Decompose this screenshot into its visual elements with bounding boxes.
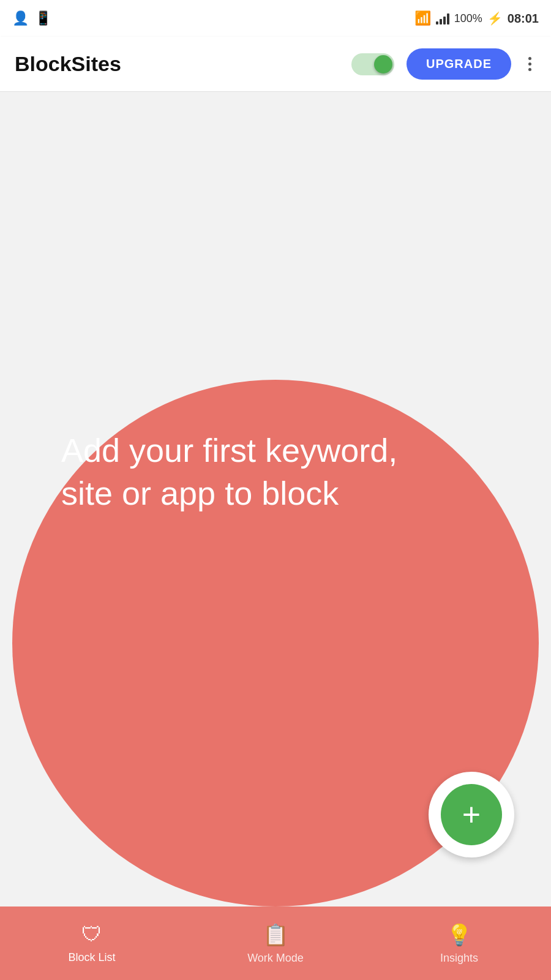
nav-item-work-mode[interactable]: 📋 Work Mode: [184, 922, 367, 965]
upgrade-button[interactable]: UPGRADE: [407, 48, 511, 80]
time-display: 08:01: [508, 12, 539, 26]
nav-item-insights[interactable]: 💡 Insights: [367, 922, 551, 965]
toggle-container[interactable]: [351, 53, 394, 75]
status-bar-right: 📶 100% ⚡ 08:01: [414, 10, 539, 26]
fab-container: +: [429, 772, 514, 858]
block-list-icon: 🛡: [81, 922, 102, 946]
dot-3: [528, 68, 531, 71]
nav-label-work-mode: Work Mode: [247, 952, 304, 965]
wifi-icon: 📶: [414, 10, 431, 26]
battery-icon: ⚡: [487, 11, 503, 26]
plus-icon: +: [462, 799, 481, 831]
nav-label-block-list: Block List: [68, 951, 115, 964]
more-options-button[interactable]: [523, 52, 536, 76]
battery-percentage: 100%: [454, 12, 482, 25]
empty-state-text: Add your first keyword, site or app to b…: [61, 429, 429, 514]
app-header: BlockSites UPGRADE: [0, 37, 551, 92]
status-bar-left: 👤 📱: [12, 10, 51, 26]
nav-label-insights: Insights: [440, 952, 478, 965]
bottom-navigation: 🛡 Block List 📋 Work Mode 💡 Insights: [0, 907, 551, 980]
main-content: Add your first keyword, site or app to b…: [0, 92, 551, 907]
enable-toggle[interactable]: [351, 53, 394, 75]
insights-icon: 💡: [446, 922, 472, 947]
nav-item-block-list[interactable]: 🛡 Block List: [0, 922, 184, 964]
status-bar: 👤 📱 📶 100% ⚡ 08:01: [0, 0, 551, 37]
screen-record-icon: 📱: [35, 10, 51, 26]
notification-icon: 👤: [12, 10, 29, 26]
signal-icon: [436, 12, 449, 24]
dot-1: [528, 57, 531, 60]
toggle-thumb: [374, 55, 392, 74]
app-title: BlockSites: [15, 52, 339, 76]
toggle-track: [351, 53, 394, 75]
add-block-button[interactable]: +: [441, 784, 502, 845]
work-mode-icon: 📋: [263, 922, 288, 947]
dot-2: [528, 62, 531, 66]
